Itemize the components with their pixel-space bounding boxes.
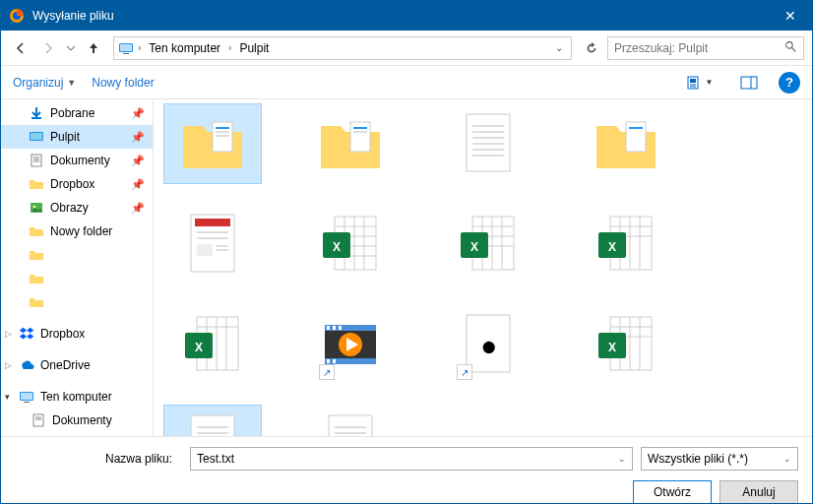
folder-icon (29, 247, 44, 263)
this-pc-icon (19, 389, 34, 405)
file-item-folder[interactable] (577, 103, 675, 184)
filename-combo[interactable]: ⌄ (190, 447, 633, 471)
svg-rect-89 (333, 326, 336, 330)
window-title: Wysyłanie pliku (32, 9, 768, 23)
svg-rect-42 (626, 122, 646, 152)
documents-icon (31, 412, 46, 428)
organize-label: Organizuj (13, 76, 63, 90)
sidebar-item-pobrane[interactable]: Pobrane 📌 (1, 101, 153, 125)
sidebar-label: Dokumenty (50, 154, 110, 167)
folder-icon (29, 294, 44, 310)
organize-button[interactable]: Organizuj ▼ (13, 76, 76, 90)
svg-text:X: X (608, 341, 616, 354)
search-box[interactable] (607, 36, 804, 60)
up-button[interactable] (82, 36, 105, 60)
view-mode-button[interactable]: ▼ (680, 71, 719, 94)
file-item-folder[interactable] (301, 103, 400, 184)
sidebar-label: Obrazy (50, 201, 89, 215)
svg-rect-92 (333, 359, 336, 363)
sidebar-item-nowy-folder[interactable]: Nowy folder (1, 220, 153, 243)
title-bar: Wysyłanie pliku ✕ (1, 1, 812, 31)
svg-rect-28 (213, 122, 232, 152)
address-dropdown[interactable]: ⌄ (551, 42, 567, 53)
pin-icon: 📌 (131, 155, 145, 167)
sidebar-item-obrazy[interactable]: Obrazy 📌 (1, 196, 153, 220)
file-item-txt[interactable] (439, 103, 537, 184)
file-item-excel[interactable]: X (301, 204, 400, 284)
file-item-shortcut[interactable]: ⬤ ↗ (439, 304, 537, 385)
this-pc-icon (118, 40, 134, 56)
close-button[interactable]: ✕ (768, 1, 812, 31)
svg-rect-90 (339, 326, 342, 330)
folder-icon (29, 176, 44, 192)
file-item-folder[interactable] (163, 103, 262, 184)
svg-text:X: X (470, 240, 478, 254)
desktop-icon (29, 129, 44, 145)
svg-rect-88 (327, 326, 330, 330)
sidebar-item-dropbox-svc[interactable]: ▷ Dropbox (1, 322, 153, 346)
open-button[interactable]: Otwórz (633, 480, 712, 504)
download-icon (29, 105, 44, 121)
svg-text:X: X (333, 240, 341, 254)
filename-input[interactable] (197, 452, 618, 466)
pin-icon: 📌 (131, 107, 145, 120)
chevron-right-icon[interactable]: › (228, 42, 231, 53)
toolbar: Organizuj ▼ Nowy folder ▼ ? (1, 66, 812, 99)
filter-combo[interactable]: Wszystkie pliki (*.*) ⌄ (641, 447, 798, 471)
pin-icon: 📌 (131, 178, 145, 191)
address-bar[interactable]: › Ten komputer › Pulpit ⌄ (113, 36, 572, 60)
file-item-test-txt[interactable]: Test.txt (163, 405, 262, 436)
svg-rect-32 (350, 122, 370, 152)
sidebar-label: Dropbox (40, 327, 85, 341)
back-button[interactable] (9, 36, 32, 60)
refresh-button[interactable] (580, 36, 603, 60)
documents-icon (29, 153, 44, 168)
svg-rect-11 (741, 77, 757, 89)
chevron-down-icon: ▼ (67, 78, 76, 88)
sidebar-item-folder[interactable] (1, 290, 153, 314)
file-item-pdf[interactable] (163, 204, 262, 284)
sidebar-item-dropbox[interactable]: Dropbox 📌 (1, 172, 153, 196)
breadcrumb-root[interactable]: Ten komputer (145, 39, 224, 57)
cancel-button[interactable]: Anuluj (719, 480, 798, 504)
svg-rect-15 (31, 133, 42, 140)
file-item-excel[interactable]: X (577, 304, 675, 385)
help-button[interactable]: ? (779, 72, 800, 94)
sidebar: Pobrane 📌 Pulpit 📌 Dokumenty 📌 Dropbox 📌… (1, 99, 154, 436)
forward-button[interactable] (36, 36, 60, 60)
sidebar-item-ten-komputer[interactable]: ▾ Ten komputer (1, 385, 153, 409)
svg-rect-3 (120, 44, 132, 51)
recent-dropdown[interactable] (64, 36, 78, 60)
chevron-right-icon[interactable]: › (138, 42, 141, 53)
file-item-video-shortcut[interactable]: ↗ (301, 304, 400, 385)
sidebar-item-onedrive[interactable]: ▷ OneDrive (1, 353, 153, 377)
expand-icon[interactable]: ▷ (5, 329, 12, 339)
sidebar-label: Pobrane (50, 106, 94, 120)
file-pane[interactable]: X X X X ↗ ⬤ ↗ (154, 99, 812, 436)
sidebar-item-dokumenty[interactable]: Dokumenty 📌 (1, 149, 153, 172)
svg-rect-91 (327, 359, 330, 363)
search-input[interactable] (614, 41, 784, 55)
new-folder-label: Nowy folder (92, 76, 154, 90)
file-item-txt[interactable] (301, 405, 400, 436)
new-folder-button[interactable]: Nowy folder (92, 76, 154, 90)
collapse-icon[interactable]: ▾ (5, 392, 10, 402)
expand-icon[interactable]: ▷ (5, 360, 12, 370)
svg-point-5 (786, 41, 793, 48)
file-item-excel[interactable]: X (439, 204, 537, 284)
sidebar-item-lib-dokumenty[interactable]: Dokumenty (1, 409, 153, 432)
svg-text:X: X (608, 240, 616, 254)
folder-icon (29, 271, 44, 286)
sidebar-item-pulpit[interactable]: Pulpit 📌 (1, 125, 153, 149)
sidebar-item-folder[interactable] (1, 267, 153, 290)
svg-rect-23 (21, 393, 32, 400)
onedrive-icon (19, 357, 34, 373)
sidebar-item-folder[interactable] (1, 243, 153, 267)
chevron-down-icon[interactable]: ⌄ (618, 454, 626, 464)
preview-pane-button[interactable] (735, 71, 763, 94)
file-item-excel[interactable]: X (163, 304, 262, 385)
file-item-excel[interactable]: X (577, 204, 675, 284)
breadcrumb-current[interactable]: Pulpit (235, 39, 273, 57)
search-icon (784, 40, 797, 56)
svg-rect-45 (195, 219, 230, 226)
